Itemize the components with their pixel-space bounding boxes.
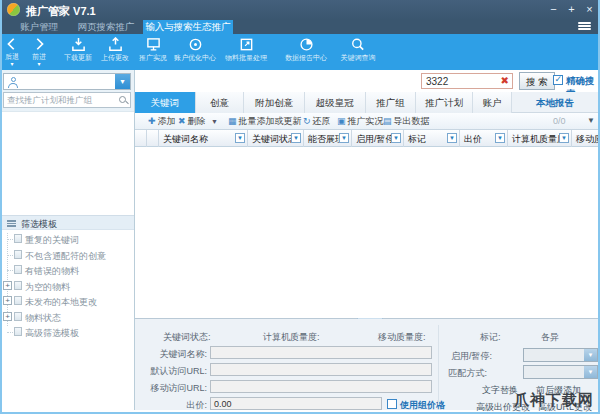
- download-button[interactable]: 下载更新: [64, 37, 92, 63]
- column-dropdown-icon[interactable]: ▼: [291, 133, 301, 143]
- keyword-name-input[interactable]: [210, 346, 432, 359]
- search-value[interactable]: 3322: [426, 76, 448, 87]
- material-tabs: 关键词 创意 附加创意 超级皇冠 推广组 推广计划 账户 本地报告: [135, 92, 598, 113]
- exact-search-checkbox[interactable]: [553, 75, 563, 85]
- menu-list-icon[interactable]: [578, 22, 591, 32]
- download-icon: [71, 37, 86, 52]
- tab-local-report[interactable]: 本地报告: [512, 92, 598, 113]
- tree-item-duplicate-keywords[interactable]: 重复的关键词: [0, 232, 134, 246]
- filter-icon: [14, 234, 22, 243]
- batch-update-button[interactable]: ▦批量添加或更新: [228, 115, 302, 128]
- col-keyword-status[interactable]: 关键词状态▼: [248, 130, 304, 147]
- expand-plus-icon[interactable]: +: [3, 312, 12, 321]
- row-counter: 0/0: [553, 116, 566, 126]
- tree-item-material-status[interactable]: + 物料状态: [0, 310, 134, 324]
- tab-creative[interactable]: 创意: [196, 92, 245, 113]
- select-dropdown-icon[interactable]: ▼: [584, 349, 597, 361]
- back-button[interactable]: 后退 ▾: [5, 37, 19, 67]
- grid-icon: ▦: [228, 116, 237, 126]
- col-enable-pause[interactable]: 启用/暂停▼: [352, 130, 404, 147]
- back-dropdown-caret[interactable]: ▾: [5, 62, 19, 67]
- tab-account[interactable]: 账户: [473, 92, 512, 113]
- detail-divider: [438, 325, 439, 405]
- sidebar: ▼ 筛选模板 重复的关键词 不包含通配符的创意 有错误的物料 + 为空的物料: [0, 70, 135, 410]
- tab-extra-creative[interactable]: 附加创意: [244, 92, 305, 113]
- col-mobile-quality[interactable]: 移动质量度: [572, 130, 598, 147]
- export-icon: ▤: [383, 116, 392, 126]
- export-data-button[interactable]: ▤导出数据: [383, 115, 430, 128]
- maximize-button[interactable]: +: [564, 2, 579, 16]
- mark-value: 各异: [541, 331, 559, 344]
- pc-quality-label: 计算机质量度:: [263, 331, 320, 344]
- delete-dropdown-caret[interactable]: ▼: [211, 118, 218, 125]
- default-url-input[interactable]: [210, 363, 432, 376]
- expand-plus-icon[interactable]: +: [3, 281, 12, 290]
- keyword-name-label: 关键词名称:: [135, 348, 207, 361]
- optimize-center-button[interactable]: 账户优化中心: [174, 37, 216, 63]
- expand-plus-icon[interactable]: +: [3, 296, 12, 305]
- frame-arrow-icon: [239, 37, 254, 52]
- text-replace-link[interactable]: 文字替换: [482, 384, 518, 397]
- table-body[interactable]: [135, 147, 598, 318]
- column-dropdown-icon[interactable]: ▼: [559, 133, 569, 143]
- tree-item-unpublished-changes[interactable]: + 未发布的本地更改: [0, 294, 134, 308]
- filter-icon: [14, 281, 22, 290]
- upload-button[interactable]: 上传更改: [101, 37, 129, 63]
- nav-tab-web-search[interactable]: 网页搜索推广: [70, 20, 142, 34]
- plan-search-box[interactable]: [3, 92, 131, 108]
- filter-dropdown-icon[interactable]: ▼: [587, 116, 595, 125]
- enable-pause-select[interactable]: ▼: [523, 348, 598, 362]
- column-dropdown-icon[interactable]: ▼: [235, 133, 245, 143]
- tab-super-crown[interactable]: 超级皇冠: [305, 92, 366, 113]
- search-button[interactable]: 搜 索: [519, 72, 555, 90]
- clear-search-icon[interactable]: ✖: [501, 75, 509, 86]
- col-bid[interactable]: 出价▼: [460, 130, 508, 147]
- batch-tools-button[interactable]: 物料批量处理: [225, 37, 267, 63]
- tab-ad-group[interactable]: 推广组: [366, 92, 417, 113]
- tab-ad-plan[interactable]: 推广计划: [416, 92, 473, 113]
- column-dropdown-icon[interactable]: ▼: [339, 133, 349, 143]
- add-button[interactable]: ✚添加: [148, 115, 176, 128]
- col-keyword-name[interactable]: 关键词名称▼: [159, 130, 248, 147]
- col-mark[interactable]: 标记▼: [404, 130, 460, 147]
- col-select[interactable]: [135, 130, 147, 147]
- column-dropdown-icon[interactable]: ▼: [495, 133, 505, 143]
- upload-icon: [108, 37, 123, 52]
- window-title: 推广管家 V7.1: [26, 4, 96, 19]
- keyword-search-box[interactable]: 3322 ✖: [421, 73, 513, 89]
- forward-dropdown-caret[interactable]: ▾: [32, 62, 46, 67]
- tree-item-no-wildcard-creative[interactable]: 不包含通配符的创意: [0, 248, 134, 262]
- mark-label: 标记:: [480, 331, 501, 344]
- bid-value[interactable]: 0.00: [214, 399, 232, 409]
- bid-input[interactable]: 0.00: [210, 397, 382, 410]
- col-pc-quality[interactable]: 计算机质量度▼: [508, 130, 572, 147]
- tree-item-empty-material[interactable]: + 为空的物料: [0, 279, 134, 293]
- live-status-button[interactable]: ▣推广实况: [337, 115, 384, 128]
- plus-icon: ✚: [148, 116, 156, 126]
- close-button[interactable]: ×: [582, 2, 597, 16]
- mobile-url-input[interactable]: [210, 380, 432, 393]
- match-type-select[interactable]: ▼: [523, 365, 598, 379]
- tree-item-advanced-filter[interactable]: 高级筛选模板: [0, 325, 134, 339]
- forward-button[interactable]: 前进 ▾: [32, 37, 46, 67]
- use-group-price-checkbox[interactable]: [387, 399, 397, 409]
- plan-search-input[interactable]: [7, 94, 115, 106]
- col-marker[interactable]: [147, 130, 159, 147]
- column-dropdown-icon[interactable]: ▼: [391, 133, 401, 143]
- live-preview-button[interactable]: 推广实况: [139, 37, 167, 63]
- restore-button[interactable]: ↻还原: [303, 115, 331, 128]
- account-combo-dropdown-button[interactable]: ▼: [115, 74, 130, 89]
- delete-button[interactable]: ✖删除 ▼: [178, 115, 218, 128]
- nav-tab-account-manage[interactable]: 账户管理: [10, 20, 68, 34]
- column-dropdown-icon[interactable]: ▼: [447, 133, 457, 143]
- account-combo[interactable]: ▼: [3, 73, 131, 90]
- select-dropdown-icon[interactable]: ▼: [584, 366, 597, 378]
- keyword-query-button[interactable]: 关键词查询: [341, 37, 376, 63]
- report-center-button[interactable]: 数据报告中心: [285, 37, 327, 63]
- tab-keyword[interactable]: 关键词: [135, 92, 196, 113]
- tree-item-error-material[interactable]: 有错误的物料: [0, 263, 134, 277]
- nav-tab-input-eco[interactable]: 输入与搜索生态推广: [143, 20, 233, 34]
- pie-chart-icon: [299, 37, 314, 52]
- col-can-display[interactable]: 能否展现▼: [304, 130, 352, 147]
- minimize-button[interactable]: −: [546, 2, 561, 16]
